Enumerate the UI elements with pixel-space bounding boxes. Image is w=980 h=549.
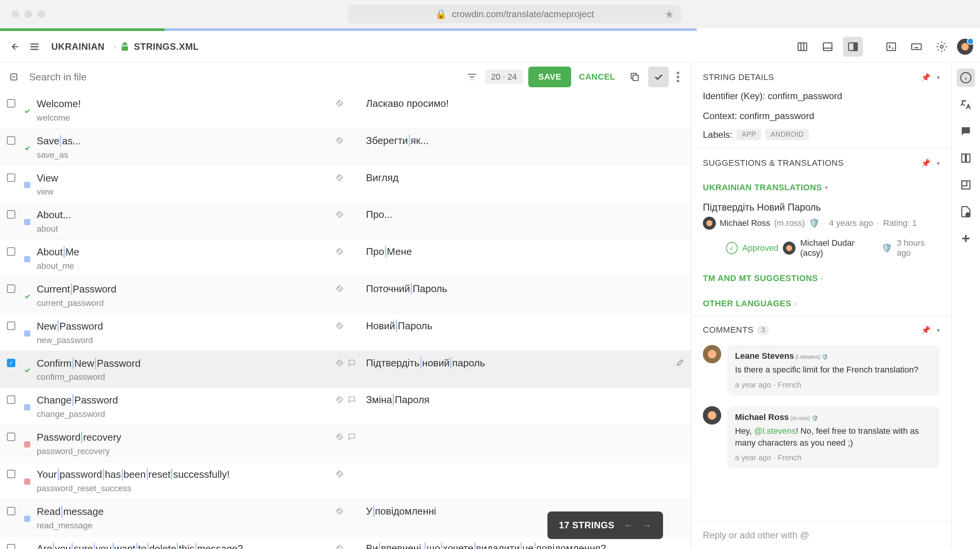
- row-checkbox[interactable]: [7, 433, 15, 441]
- glossary-icon[interactable]: [957, 149, 975, 167]
- target-text[interactable]: Вивпевнені,щохочетевидалитицеповідомленн…: [366, 542, 684, 549]
- row-checkbox[interactable]: [7, 210, 15, 219]
- close-window[interactable]: [11, 10, 19, 18]
- row-checkbox[interactable]: [7, 322, 15, 330]
- gear-icon[interactable]: [932, 37, 952, 57]
- target-text[interactable]: Вигляд: [366, 172, 684, 197]
- prev-string-button[interactable]: ←: [624, 520, 633, 531]
- suggestion-text[interactable]: Підтвердіть Новий Пароль: [703, 202, 940, 213]
- tag-icon[interactable]: [335, 173, 344, 182]
- filename-label[interactable]: STRINGS.XML: [134, 41, 199, 52]
- menu-button[interactable]: [26, 38, 43, 55]
- target-text[interactable]: [366, 431, 684, 456]
- tag-icon[interactable]: [335, 136, 344, 145]
- next-string-button[interactable]: →: [642, 520, 652, 531]
- target-text[interactable]: ПоточнийПароль: [366, 283, 684, 308]
- language-label[interactable]: UKRAINIAN: [51, 41, 105, 52]
- translate-icon[interactable]: [957, 95, 975, 114]
- target-text[interactable]: [366, 468, 684, 493]
- cancel-button[interactable]: CANCEL: [575, 67, 619, 87]
- string-row[interactable]: Passwordrecoverypassword_recovery: [0, 425, 691, 462]
- row-checkbox[interactable]: [7, 544, 15, 549]
- tag-icon[interactable]: [335, 322, 344, 330]
- more-icon[interactable]: [672, 72, 684, 82]
- comment-icon[interactable]: [348, 359, 356, 367]
- row-checkbox[interactable]: [7, 470, 15, 478]
- tag-icon[interactable]: [335, 507, 344, 515]
- tag-icon[interactable]: [335, 544, 344, 549]
- copy-icon[interactable]: [624, 67, 645, 87]
- back-button[interactable]: [7, 38, 24, 55]
- row-checkbox[interactable]: ✓: [7, 359, 15, 367]
- uk-translations-link[interactable]: UKRAINIAN TRANSLATIONS▾: [691, 175, 951, 200]
- tag-icon[interactable]: [335, 284, 344, 293]
- row-checkbox[interactable]: [7, 395, 15, 404]
- string-row[interactable]: ✓ConfirmNewPasswordconfirm_passwordПідтв…: [0, 351, 691, 388]
- string-row[interactable]: About...aboutПро...: [0, 203, 691, 240]
- file-icon[interactable]: [957, 203, 975, 221]
- string-row[interactable]: CurrentPasswordcurrent_passwordПоточнийП…: [0, 277, 691, 314]
- chevron-down-icon[interactable]: ▾: [937, 160, 940, 167]
- tag-icon[interactable]: [335, 395, 344, 404]
- terminal-icon[interactable]: [881, 37, 901, 57]
- target-text[interactable]: Про...: [366, 209, 684, 234]
- target-text[interactable]: Зберегтияк...: [366, 135, 684, 160]
- row-checkbox[interactable]: [7, 173, 15, 182]
- string-row[interactable]: Yourpasswordhasbeenresetsuccessfully!pas…: [0, 462, 691, 499]
- tag-icon[interactable]: [335, 433, 344, 441]
- target-text[interactable]: Ласкаво просимо!: [366, 98, 684, 123]
- label-chip[interactable]: APP: [736, 129, 761, 140]
- tag-icon[interactable]: [335, 470, 344, 478]
- layout-side-icon[interactable]: [792, 37, 812, 57]
- pin-icon[interactable]: 📌: [921, 73, 931, 82]
- tag-icon[interactable]: [335, 359, 344, 367]
- pin-icon[interactable]: 📌: [921, 158, 931, 168]
- string-row[interactable]: AboutMeabout_meПроМене: [0, 240, 691, 277]
- save-button[interactable]: SAVE: [528, 67, 571, 87]
- tag-icon[interactable]: [335, 247, 344, 256]
- tm-icon[interactable]: [957, 176, 975, 194]
- url-bar[interactable]: 🔒 crowdin.com/translate/acmeproject ★: [348, 5, 681, 23]
- comment-icon[interactable]: [348, 395, 356, 404]
- comment-icon[interactable]: [348, 433, 356, 441]
- row-checkbox[interactable]: [7, 284, 15, 293]
- string-row[interactable]: NewPasswordnew_passwordНовийПароль: [0, 314, 691, 351]
- comments-icon[interactable]: [957, 122, 975, 141]
- keyboard-icon[interactable]: [906, 37, 926, 57]
- plus-icon[interactable]: [957, 229, 975, 248]
- row-checkbox[interactable]: [7, 507, 15, 515]
- tag-icon[interactable]: [335, 99, 344, 108]
- string-row[interactable]: ChangePasswordchange_passwordЗмінаПароля: [0, 388, 691, 425]
- label-chip[interactable]: ANDROID: [765, 129, 809, 140]
- target-text[interactable]: ЗмінаПароля: [366, 394, 684, 419]
- search-input[interactable]: [29, 71, 467, 83]
- avatar: [703, 406, 721, 425]
- string-row[interactable]: Welcome!welcomeЛаскаво просимо!: [0, 92, 691, 129]
- target-text[interactable]: Підтвердітьновийпароль: [366, 357, 676, 382]
- reply-input[interactable]: Reply or add other with @: [691, 521, 951, 549]
- maximize-window[interactable]: [38, 10, 45, 18]
- target-text[interactable]: НовийПароль: [366, 320, 684, 345]
- row-checkbox[interactable]: [7, 136, 15, 145]
- other-languages-link[interactable]: OTHER LANGUAGES›: [691, 291, 951, 316]
- info-icon[interactable]: [957, 69, 975, 87]
- filter-icon[interactable]: [467, 72, 477, 82]
- row-checkbox[interactable]: [7, 99, 15, 108]
- bookmark-star-icon[interactable]: ★: [665, 8, 674, 21]
- tm-mt-link[interactable]: TM AND MT SUGGESTIONS›: [691, 266, 951, 291]
- approve-icon[interactable]: [648, 67, 669, 87]
- target-text[interactable]: ПроМене: [366, 246, 684, 271]
- layout-split-icon[interactable]: [843, 37, 863, 57]
- layout-bottom-icon[interactable]: [818, 37, 838, 57]
- collapse-all-button[interactable]: [7, 72, 21, 82]
- row-checkbox[interactable]: [7, 247, 15, 256]
- user-avatar[interactable]: [957, 39, 973, 55]
- edit-pencil-icon[interactable]: [676, 357, 684, 382]
- tag-icon[interactable]: [335, 210, 344, 219]
- string-row[interactable]: Saveas...save_asЗберегтияк...: [0, 129, 691, 166]
- string-row[interactable]: ViewviewВигляд: [0, 166, 691, 203]
- chevron-down-icon[interactable]: ▾: [937, 74, 940, 81]
- chevron-down-icon[interactable]: ▾: [937, 327, 940, 334]
- unpin-icon[interactable]: 📌: [921, 325, 931, 335]
- minimize-window[interactable]: [24, 10, 32, 18]
